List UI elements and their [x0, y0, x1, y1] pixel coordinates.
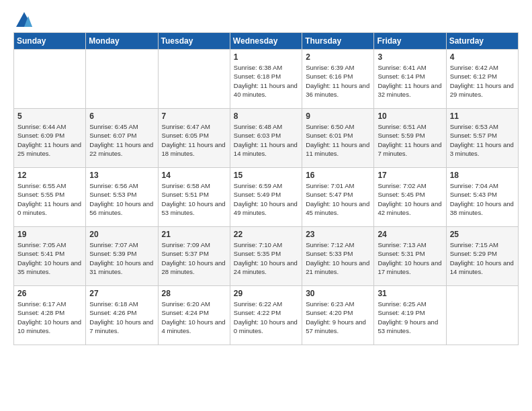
- day-number: 18: [450, 171, 515, 180]
- day-info: Sunrise: 7:07 AM Sunset: 5:39 PM Dayligh…: [89, 240, 154, 276]
- day-info: Sunrise: 6:50 AM Sunset: 6:01 PM Dayligh…: [306, 122, 370, 158]
- calendar-cell: 4Sunrise: 6:42 AM Sunset: 6:12 PM Daylig…: [446, 50, 518, 109]
- day-number: 19: [17, 230, 82, 239]
- day-info: Sunrise: 6:22 AM Sunset: 4:22 PM Dayligh…: [234, 300, 298, 335]
- calendar-cell: 23Sunrise: 7:12 AM Sunset: 5:33 PM Dayli…: [302, 227, 374, 286]
- day-number: 16: [306, 171, 370, 180]
- day-number: 23: [306, 230, 370, 239]
- week-row: 5Sunrise: 6:44 AM Sunset: 6:09 PM Daylig…: [14, 109, 519, 168]
- calendar-cell: 9Sunrise: 6:50 AM Sunset: 6:01 PM Daylig…: [302, 109, 374, 168]
- week-row: 1Sunrise: 6:38 AM Sunset: 6:18 PM Daylig…: [14, 50, 519, 109]
- day-info: Sunrise: 7:10 AM Sunset: 5:35 PM Dayligh…: [234, 240, 298, 276]
- calendar-cell: 21Sunrise: 7:09 AM Sunset: 5:37 PM Dayli…: [158, 227, 230, 286]
- day-number: 12: [17, 171, 82, 180]
- calendar-cell: 11Sunrise: 6:53 AM Sunset: 5:57 PM Dayli…: [446, 109, 518, 168]
- day-number: 20: [89, 230, 154, 239]
- day-info: Sunrise: 6:23 AM Sunset: 4:20 PM Dayligh…: [306, 300, 370, 335]
- day-number: 9: [306, 111, 370, 121]
- day-info: Sunrise: 7:15 AM Sunset: 5:29 PM Dayligh…: [450, 240, 515, 276]
- calendar-cell: 13Sunrise: 6:56 AM Sunset: 5:53 PM Dayli…: [86, 168, 158, 227]
- day-number: 11: [450, 111, 515, 121]
- day-info: Sunrise: 7:12 AM Sunset: 5:33 PM Dayligh…: [306, 240, 370, 276]
- col-friday: Friday: [374, 33, 446, 50]
- calendar-cell: 25Sunrise: 7:15 AM Sunset: 5:29 PM Dayli…: [446, 227, 518, 286]
- calendar-cell: 8Sunrise: 6:48 AM Sunset: 6:03 PM Daylig…: [230, 109, 302, 168]
- page: SundayMondayTuesdayWednesdayThursdayFrid…: [0, 0, 532, 356]
- day-info: Sunrise: 6:41 AM Sunset: 6:14 PM Dayligh…: [378, 63, 442, 99]
- day-info: Sunrise: 6:48 AM Sunset: 6:03 PM Dayligh…: [234, 122, 298, 158]
- day-info: Sunrise: 6:25 AM Sunset: 4:19 PM Dayligh…: [378, 300, 442, 335]
- day-info: Sunrise: 6:39 AM Sunset: 6:16 PM Dayligh…: [306, 63, 370, 99]
- day-number: 22: [234, 230, 298, 239]
- day-info: Sunrise: 6:45 AM Sunset: 6:07 PM Dayligh…: [89, 122, 154, 158]
- day-number: 1: [234, 52, 298, 62]
- calendar-cell: 6Sunrise: 6:45 AM Sunset: 6:07 PM Daylig…: [86, 109, 158, 168]
- calendar-cell: 14Sunrise: 6:58 AM Sunset: 5:51 PM Dayli…: [158, 168, 230, 227]
- calendar-cell: 29Sunrise: 6:22 AM Sunset: 4:22 PM Dayli…: [230, 286, 302, 345]
- day-number: 10: [378, 111, 442, 121]
- calendar-cell: 3Sunrise: 6:41 AM Sunset: 6:14 PM Daylig…: [374, 50, 446, 109]
- day-number: 26: [17, 289, 82, 298]
- day-info: Sunrise: 7:02 AM Sunset: 5:45 PM Dayligh…: [378, 181, 442, 217]
- day-info: Sunrise: 6:18 AM Sunset: 4:26 PM Dayligh…: [89, 300, 154, 335]
- day-number: 14: [162, 171, 226, 180]
- header-row: SundayMondayTuesdayWednesdayThursdayFrid…: [14, 33, 519, 50]
- day-info: Sunrise: 6:38 AM Sunset: 6:18 PM Dayligh…: [234, 63, 298, 99]
- calendar-cell: 1Sunrise: 6:38 AM Sunset: 6:18 PM Daylig…: [230, 50, 302, 109]
- day-number: 8: [234, 111, 298, 121]
- day-info: Sunrise: 6:56 AM Sunset: 5:53 PM Dayligh…: [89, 181, 154, 217]
- calendar-cell: 31Sunrise: 6:25 AM Sunset: 4:19 PM Dayli…: [374, 286, 446, 345]
- day-info: Sunrise: 6:47 AM Sunset: 6:05 PM Dayligh…: [162, 122, 226, 158]
- day-number: 15: [234, 171, 298, 180]
- day-number: 6: [89, 111, 154, 121]
- day-info: Sunrise: 6:58 AM Sunset: 5:51 PM Dayligh…: [162, 181, 226, 217]
- day-info: Sunrise: 7:05 AM Sunset: 5:41 PM Dayligh…: [17, 240, 82, 276]
- calendar-cell: 24Sunrise: 7:13 AM Sunset: 5:31 PM Dayli…: [374, 227, 446, 286]
- col-wednesday: Wednesday: [230, 33, 302, 50]
- calendar-cell: 27Sunrise: 6:18 AM Sunset: 4:26 PM Dayli…: [86, 286, 158, 345]
- calendar-cell: [86, 50, 158, 109]
- day-number: 30: [306, 289, 370, 298]
- day-info: Sunrise: 7:04 AM Sunset: 5:43 PM Dayligh…: [450, 181, 515, 217]
- day-info: Sunrise: 6:53 AM Sunset: 5:57 PM Dayligh…: [450, 122, 515, 158]
- logo-icon: [15, 11, 34, 30]
- calendar-cell: 17Sunrise: 7:02 AM Sunset: 5:45 PM Dayli…: [374, 168, 446, 227]
- day-info: Sunrise: 6:44 AM Sunset: 6:09 PM Dayligh…: [17, 122, 82, 158]
- calendar-cell: 2Sunrise: 6:39 AM Sunset: 6:16 PM Daylig…: [302, 50, 374, 109]
- week-row: 19Sunrise: 7:05 AM Sunset: 5:41 PM Dayli…: [14, 227, 519, 286]
- calendar-cell: 18Sunrise: 7:04 AM Sunset: 5:43 PM Dayli…: [446, 168, 518, 227]
- calendar-cell: 15Sunrise: 6:59 AM Sunset: 5:49 PM Dayli…: [230, 168, 302, 227]
- calendar-cell: [14, 50, 86, 109]
- calendar-cell: 16Sunrise: 7:01 AM Sunset: 5:47 PM Dayli…: [302, 168, 374, 227]
- col-sunday: Sunday: [14, 33, 86, 50]
- day-number: 17: [378, 171, 442, 180]
- calendar-cell: [446, 286, 518, 345]
- day-number: 7: [162, 111, 226, 121]
- calendar-cell: 20Sunrise: 7:07 AM Sunset: 5:39 PM Dayli…: [86, 227, 158, 286]
- calendar-cell: 26Sunrise: 6:17 AM Sunset: 4:28 PM Dayli…: [14, 286, 86, 345]
- day-info: Sunrise: 7:13 AM Sunset: 5:31 PM Dayligh…: [378, 240, 442, 276]
- day-number: 27: [89, 289, 154, 298]
- calendar-cell: 12Sunrise: 6:55 AM Sunset: 5:55 PM Dayli…: [14, 168, 86, 227]
- day-info: Sunrise: 7:01 AM Sunset: 5:47 PM Dayligh…: [306, 181, 370, 217]
- day-info: Sunrise: 6:20 AM Sunset: 4:24 PM Dayligh…: [162, 300, 226, 335]
- calendar-cell: 7Sunrise: 6:47 AM Sunset: 6:05 PM Daylig…: [158, 109, 230, 168]
- calendar-cell: 28Sunrise: 6:20 AM Sunset: 4:24 PM Dayli…: [158, 286, 230, 345]
- day-number: 24: [378, 230, 442, 239]
- day-number: 3: [378, 52, 442, 62]
- calendar-cell: [158, 50, 230, 109]
- day-number: 28: [162, 289, 226, 298]
- calendar-cell: 10Sunrise: 6:51 AM Sunset: 5:59 PM Dayli…: [374, 109, 446, 168]
- logo: [13, 11, 34, 26]
- week-row: 12Sunrise: 6:55 AM Sunset: 5:55 PM Dayli…: [14, 168, 519, 227]
- week-row: 26Sunrise: 6:17 AM Sunset: 4:28 PM Dayli…: [14, 286, 519, 345]
- day-info: Sunrise: 6:42 AM Sunset: 6:12 PM Dayligh…: [450, 63, 515, 99]
- day-info: Sunrise: 6:59 AM Sunset: 5:49 PM Dayligh…: [234, 181, 298, 217]
- day-number: 29: [234, 289, 298, 298]
- calendar-cell: 22Sunrise: 7:10 AM Sunset: 5:35 PM Dayli…: [230, 227, 302, 286]
- calendar-cell: 5Sunrise: 6:44 AM Sunset: 6:09 PM Daylig…: [14, 109, 86, 168]
- col-tuesday: Tuesday: [158, 33, 230, 50]
- day-number: 13: [89, 171, 154, 180]
- calendar-cell: 30Sunrise: 6:23 AM Sunset: 4:20 PM Dayli…: [302, 286, 374, 345]
- day-info: Sunrise: 6:51 AM Sunset: 5:59 PM Dayligh…: [378, 122, 442, 158]
